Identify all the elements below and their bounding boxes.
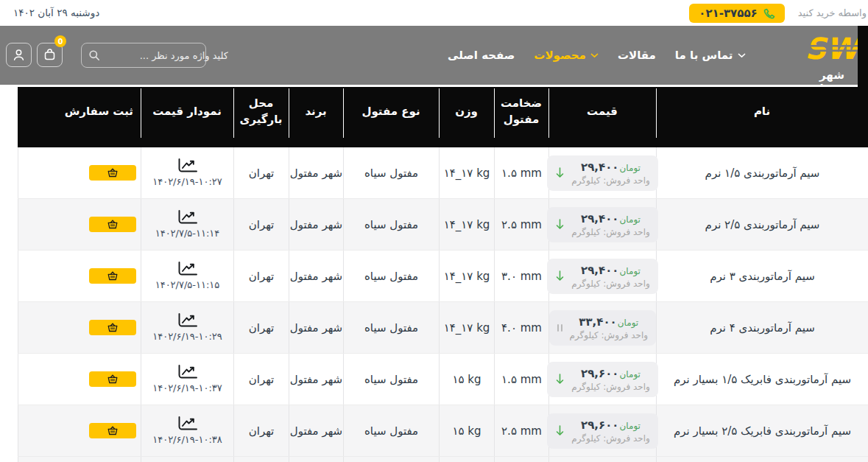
thickness-cell: ۳.۰ mm bbox=[494, 251, 548, 301]
line-chart-icon bbox=[177, 210, 198, 225]
person-icon bbox=[12, 48, 26, 62]
brand-cell: شهر مفتول bbox=[289, 405, 343, 456]
product-name-cell: سیم آرماتوربندی ۴ نرم bbox=[656, 302, 868, 353]
weight-value: ۱۴_۱۷ kg bbox=[444, 270, 490, 283]
nav-item-home[interactable]: صفحه اصلی bbox=[448, 49, 515, 62]
nav-item-products[interactable]: محصولات bbox=[534, 49, 599, 62]
account-button[interactable] bbox=[6, 43, 32, 67]
top-bar: دوشنبه ۲۹ آبان ۱۴۰۲ واسطه خرید کنید ۰۲۱-… bbox=[0, 0, 868, 26]
table-row: سیم آرماتوربندی فابریک ۲/۵ بسیار نرم۲۹,۶… bbox=[18, 405, 868, 457]
price-table: نامقیمتضخامت مفتولوزننوع مفتولبرندمحل با… bbox=[18, 87, 868, 462]
price-chart-button[interactable]: ۱۴۰۲/۶/۱۹-۱۰:۳۸ bbox=[152, 416, 222, 445]
brand-value: شهر مفتول bbox=[290, 373, 342, 386]
column-header-chart: نمودار قیمت bbox=[141, 87, 233, 147]
price-cell: ۲۹,۴۰۰تومانواحد فروش: کیلوگرم bbox=[548, 251, 656, 301]
wire-type-value: مفتول سیاه bbox=[364, 218, 418, 231]
order-button[interactable] bbox=[89, 217, 136, 232]
column-header-price: قیمت bbox=[548, 87, 656, 147]
price-chart-button[interactable]: ۱۴۰۲/۶/۱۹-۱۰:۲۹ bbox=[152, 313, 222, 342]
loading-location-value: تهران bbox=[249, 424, 275, 438]
thickness-value: ۱.۵ mm bbox=[501, 373, 542, 386]
basket-icon bbox=[107, 220, 118, 229]
nav-item-articles[interactable]: مقالات bbox=[618, 49, 656, 62]
price-chart-button[interactable]: ۱۴۰۲/۷/۵-۱۱:۱۵ bbox=[155, 262, 220, 290]
column-header-thickness: ضخامت مفتول bbox=[494, 87, 548, 147]
basket-icon bbox=[107, 426, 118, 435]
search-input[interactable] bbox=[100, 50, 236, 61]
partial-next-row bbox=[18, 457, 868, 462]
price-chart-cell: ۱۴۰۲/۶/۱۹-۱۰:۲۹ bbox=[141, 302, 233, 353]
chevron-down-icon bbox=[738, 53, 746, 58]
wire-type-value: مفتول سیاه bbox=[364, 167, 418, 180]
price-down-icon bbox=[555, 374, 565, 385]
weight-cell: ۱۴_۱۷ kg bbox=[439, 199, 494, 250]
phone-number-badge[interactable]: ۰۲۱-۳۷۵۵۶ bbox=[689, 4, 785, 23]
order-cell bbox=[18, 354, 141, 405]
order-button[interactable] bbox=[89, 423, 136, 438]
thickness-value: ۴.۰ mm bbox=[501, 321, 542, 335]
price-lines: ۳۳,۴۰۰تومانواحد فروش: کیلوگرم bbox=[569, 315, 648, 340]
price-chart-cell: ۱۴۰۲/۷/۵-۱۱:۱۵ bbox=[141, 251, 233, 301]
nav-item-label: محصولات bbox=[534, 49, 586, 62]
sale-unit-label: واحد فروش: کیلوگرم bbox=[569, 330, 648, 340]
logo-mark: SW bbox=[805, 32, 859, 67]
cart-count-badge: 0 bbox=[54, 35, 66, 47]
brand-value: شهر مفتول bbox=[290, 424, 342, 438]
sale-unit-label: واحد فروش: کیلوگرم bbox=[571, 175, 650, 186]
price-chart-button[interactable]: ۱۴۰۲/۶/۱۹-۱۰:۳۷ bbox=[152, 365, 222, 393]
nav-item-contact[interactable]: تماس با ما bbox=[675, 49, 746, 62]
product-name-value: سیم آرماتوربندی ۴ نرم bbox=[710, 321, 815, 335]
column-header-location: محل بارگیری bbox=[233, 87, 289, 147]
site-logo[interactable]: SW شهر مفتول bbox=[805, 32, 859, 95]
chart-timestamp: ۱۴۰۲/۶/۱۹-۱۰:۲۹ bbox=[152, 331, 222, 342]
order-button[interactable] bbox=[89, 371, 136, 387]
thickness-cell: ۲.۵ mm bbox=[494, 405, 548, 456]
basket-icon bbox=[107, 168, 118, 178]
sale-unit-label: واحد فروش: کیلوگرم bbox=[571, 227, 650, 237]
thickness-cell: ۱.۵ mm bbox=[494, 354, 548, 405]
search-box bbox=[81, 43, 206, 68]
currency-label: تومان bbox=[620, 266, 641, 276]
chart-timestamp: ۱۴۰۲/۷/۵-۱۱:۱۵ bbox=[155, 279, 220, 290]
thickness-value: ۲.۵ mm bbox=[501, 424, 542, 438]
price-down-icon bbox=[555, 219, 565, 230]
price-chart-button[interactable]: ۱۴۰۲/۶/۱۹-۱۰:۲۷ bbox=[152, 158, 222, 187]
wire-type-value: مفتول سیاه bbox=[364, 373, 418, 386]
line-chart-icon bbox=[177, 365, 198, 379]
wire-type-value: مفتول سیاه bbox=[364, 270, 418, 283]
product-name-cell: سیم آرماتوربندی ۱/۵ نرم bbox=[656, 147, 868, 198]
price-box: ۳۳,۴۰۰تومانواحد فروش: کیلوگرم bbox=[549, 310, 656, 346]
price-value: ۳۳,۴۰۰ bbox=[579, 315, 616, 329]
column-header-order: ثبت سفارش bbox=[18, 87, 141, 147]
weight-cell: ۱۴_۱۷ kg bbox=[439, 251, 494, 301]
line-chart-icon bbox=[177, 416, 198, 431]
price-cell: ۲۹,۴۰۰تومانواحد فروش: کیلوگرم bbox=[548, 199, 656, 250]
product-name-cell: سیم آرماتوربندی ۳ نرم bbox=[656, 251, 868, 301]
price-cell: ۲۹,۶۰۰تومانواحد فروش: کیلوگرم bbox=[548, 354, 656, 405]
brand-value: شهر مفتول bbox=[290, 270, 342, 283]
brand-cell: شهر مفتول bbox=[289, 147, 343, 198]
empty-cell bbox=[18, 457, 141, 462]
order-button[interactable] bbox=[89, 165, 136, 181]
product-name-value: سیم آرماتوربندی ۳ نرم bbox=[710, 270, 815, 283]
line-chart-icon bbox=[177, 262, 198, 276]
thickness-cell: ۴.۰ mm bbox=[494, 302, 548, 353]
brand-value: شهر مفتول bbox=[290, 167, 342, 180]
price-chart-button[interactable]: ۱۴۰۲/۷/۵-۱۱:۱۴ bbox=[155, 210, 220, 239]
product-name-value: سیم آرماتوربندی ۱/۵ نرم bbox=[705, 167, 820, 180]
order-button[interactable] bbox=[89, 268, 136, 284]
phone-number: ۰۲۱-۳۷۵۵۶ bbox=[699, 7, 757, 20]
price-box: ۲۹,۴۰۰تومانواحد فروش: کیلوگرم bbox=[547, 207, 658, 242]
empty-cell bbox=[233, 457, 289, 462]
empty-cell bbox=[494, 457, 548, 462]
wire-type-value: مفتول سیاه bbox=[364, 321, 418, 335]
order-button[interactable] bbox=[89, 320, 136, 335]
weight-cell: ۱۴_۱۷ kg bbox=[439, 302, 494, 353]
weight-value: ۱۵ kg bbox=[452, 424, 481, 438]
empty-cell bbox=[439, 457, 494, 462]
loading-location-value: تهران bbox=[249, 321, 275, 335]
thickness-value: ۱.۵ mm bbox=[501, 167, 542, 180]
thickness-cell: ۱.۵ mm bbox=[494, 147, 548, 198]
chart-timestamp: ۱۴۰۲/۷/۵-۱۱:۱۴ bbox=[155, 228, 220, 239]
order-cell bbox=[18, 405, 141, 456]
